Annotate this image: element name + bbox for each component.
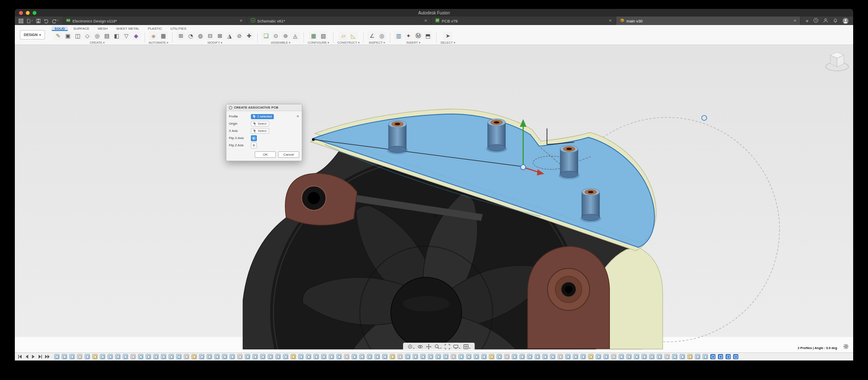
orbit-icon[interactable]: ▾	[407, 344, 415, 349]
timeline-feature-33[interactable]	[298, 354, 303, 359]
modify-combine-button[interactable]: ◮	[225, 31, 234, 40]
timeline-feature-4[interactable]	[77, 354, 82, 359]
timeline-feature-60[interactable]	[504, 354, 509, 359]
timeline-feature-41[interactable]	[359, 354, 364, 359]
timeline-feature-70[interactable]	[581, 354, 586, 359]
minimize-window-button[interactable]	[26, 11, 30, 15]
preferences-gear-icon[interactable]	[843, 343, 849, 351]
timeline-feature-5[interactable]	[85, 354, 90, 359]
pcb-standoff-3[interactable]	[559, 145, 580, 179]
create-sphere-button[interactable]: ◇	[83, 31, 92, 40]
timeline-feature-75[interactable]	[619, 354, 624, 359]
timeline-feature-24[interactable]	[230, 354, 235, 359]
cancel-button[interactable]: Cancel	[278, 151, 299, 158]
timeline-feature-68[interactable]	[565, 354, 570, 359]
timeline-feature-29[interactable]	[268, 354, 273, 359]
create-cylinder-button[interactable]: ◫	[73, 31, 82, 40]
ribbon-tab-surface[interactable]: SURFACE	[70, 26, 92, 31]
timeline-feature-56[interactable]	[474, 354, 479, 359]
timeline-feature-26[interactable]	[245, 354, 250, 359]
new-tab-plus-icon[interactable]: +	[805, 18, 809, 24]
ribbon-tab-sheet-metal[interactable]: SHEET METAL	[113, 26, 142, 31]
timeline-feature-39[interactable]	[344, 354, 349, 359]
job-status-clock-icon[interactable]	[813, 17, 818, 25]
timeline-feature-6[interactable]	[92, 354, 97, 359]
construct-menu[interactable]: CONSTRUCT	[337, 41, 360, 45]
modify-scale-button[interactable]: ⊠	[215, 31, 224, 40]
ribbon-tab-utilities[interactable]: UTILITIES	[167, 26, 189, 31]
automate-scripts-button[interactable]: ▦	[159, 31, 168, 40]
look-at-icon[interactable]	[417, 344, 423, 349]
timeline-feature-77[interactable]	[634, 354, 639, 359]
timeline-feature-79[interactable]	[649, 354, 654, 359]
ok-button[interactable]: OK	[255, 151, 276, 158]
timeline-go-to-end-button[interactable]	[45, 353, 50, 360]
timeline-feature-3[interactable]	[70, 354, 75, 359]
timeline-feature-74[interactable]	[611, 354, 616, 359]
timeline-feature-53[interactable]	[451, 354, 456, 359]
create-menu[interactable]: CREATE	[89, 41, 104, 45]
tab-close-icon[interactable]: ✕	[609, 19, 612, 23]
flip-z-toggle[interactable]	[251, 142, 257, 148]
timeline-feature-28[interactable]	[260, 354, 265, 359]
timeline-feature-25[interactable]	[237, 354, 242, 359]
timeline-feature-12[interactable]	[138, 354, 143, 359]
modify-fillet-button[interactable]: ◔	[186, 31, 195, 40]
create-form-button[interactable]: ◆	[132, 31, 141, 40]
timeline-feature-2[interactable]	[62, 354, 67, 359]
timeline-feature-55[interactable]	[466, 354, 471, 359]
zoom-window-button[interactable]	[33, 11, 36, 15]
insert-svg-button[interactable]: ✦	[404, 31, 413, 40]
pcb-standoff-4[interactable]	[580, 188, 601, 222]
insert-menu[interactable]: INSERT	[406, 41, 420, 45]
timeline-feature-21[interactable]	[207, 354, 212, 359]
timeline-feature-66[interactable]	[550, 354, 555, 359]
select-menu[interactable]: SELECT	[440, 41, 455, 45]
origin-select-button[interactable]: Select	[251, 121, 269, 126]
insert-mesh-button[interactable]: ⬒	[423, 31, 432, 40]
tab-close-icon[interactable]: ✕	[239, 19, 243, 23]
insert-canvas-button[interactable]: ▥	[394, 31, 403, 40]
timeline-feature-43[interactable]	[375, 354, 380, 359]
construct-offset-plane-button[interactable]: ▱	[339, 31, 348, 40]
timeline-feature-67[interactable]	[558, 354, 563, 359]
timeline-feature-62[interactable]	[520, 354, 525, 359]
inspect-measure-button[interactable]: ∠	[367, 31, 376, 40]
user-avatar[interactable]	[843, 18, 849, 24]
timeline-feature-16[interactable]	[169, 354, 174, 359]
timeline-feature-71[interactable]	[588, 354, 593, 359]
timeline-feature-30[interactable]	[275, 354, 281, 359]
timeline-feature-47[interactable]	[405, 354, 410, 359]
timeline-feature-57[interactable]	[481, 354, 487, 359]
tab-close-icon[interactable]: ✕	[424, 19, 428, 23]
timeline-feature-38[interactable]	[337, 354, 342, 359]
x-axis-select-button[interactable]: Select	[251, 128, 269, 134]
construct-axis-button[interactable]: ◺	[349, 31, 358, 40]
flip-x-toggle[interactable]	[251, 135, 257, 141]
modify-move-copy-button[interactable]: ✚	[245, 31, 253, 40]
viewcube[interactable]	[824, 48, 850, 75]
ribbon-tab-plastic[interactable]: PLASTIC	[145, 26, 165, 31]
timeline-feature-64[interactable]	[535, 354, 540, 359]
timeline-feature-86[interactable]	[703, 354, 708, 359]
timeline-feature-44[interactable]	[382, 354, 387, 359]
select-cursor-button[interactable]: ➤	[443, 31, 452, 40]
timeline-feature-36[interactable]	[321, 354, 326, 359]
create-box-button[interactable]: ▣	[64, 31, 72, 40]
close-window-button[interactable]	[19, 11, 23, 15]
timeline-feature-23[interactable]	[222, 354, 227, 359]
modify-menu[interactable]: MODIFY	[208, 41, 223, 45]
sketch-point-circle[interactable]	[702, 115, 707, 120]
configure-table-button[interactable]: ▦	[309, 31, 318, 40]
create-pipe-button[interactable]: ◧	[112, 31, 121, 40]
timeline-feature-11[interactable]	[131, 354, 136, 359]
timeline-feature-69[interactable]	[573, 354, 578, 359]
notifications-bell-icon[interactable]	[833, 17, 838, 25]
workspace-selector[interactable]: DESIGN	[20, 30, 45, 39]
timeline-feature-78[interactable]	[642, 354, 647, 359]
automate-menu[interactable]: AUTOMATE	[149, 41, 169, 45]
timeline-feature-15[interactable]	[161, 354, 166, 359]
create-coil-button[interactable]: ▤	[103, 31, 111, 40]
timeline-feature-61[interactable]	[512, 354, 517, 359]
timeline-feature-37[interactable]	[329, 354, 334, 359]
